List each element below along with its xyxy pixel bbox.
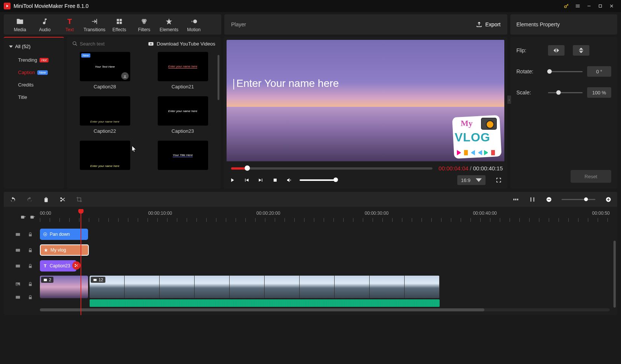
seek-slider[interactable] — [231, 167, 432, 170]
scale-value[interactable]: 100 % — [587, 87, 611, 98]
crop-button[interactable] — [75, 196, 83, 203]
svg-rect-25 — [608, 198, 608, 200]
rotate-slider[interactable] — [548, 71, 583, 72]
clip-element[interactable]: My vlog — [40, 244, 89, 256]
tab-effects[interactable]: Effects — [107, 17, 132, 32]
svg-rect-19 — [530, 197, 531, 201]
scrollbar[interactable] — [218, 55, 219, 100]
caption-card[interactable]: Your Title Here — [150, 141, 215, 173]
svg-point-39 — [17, 283, 18, 284]
svg-rect-18 — [517, 199, 518, 200]
lock-icon[interactable] — [27, 281, 33, 287]
lock-icon[interactable] — [27, 263, 33, 269]
sidebar-item-credits[interactable]: Credits — [4, 79, 64, 91]
svg-rect-22 — [547, 199, 550, 199]
tab-media[interactable]: Media — [8, 17, 32, 32]
svg-point-10 — [193, 20, 197, 23]
sidebar-all[interactable]: All (52) — [4, 42, 64, 54]
lock-icon[interactable] — [27, 294, 33, 300]
svg-rect-26 — [21, 216, 24, 219]
svg-rect-28 — [16, 233, 20, 236]
next-button[interactable] — [257, 176, 265, 184]
caption-card[interactable]: Enter your name hereCaption21 — [150, 52, 215, 89]
clip-caption[interactable]: Caption23 — [40, 260, 76, 271]
video-clip[interactable]: 12 — [90, 276, 440, 298]
flip-horizontal-button[interactable] — [548, 45, 565, 56]
caption-card[interactable]: Enter your name hereCaption22 — [72, 96, 137, 134]
svg-rect-3 — [117, 19, 119, 21]
time-ruler[interactable]: 00:00 00:00:10:00 00:00:20:00 00:00:30:0… — [40, 211, 610, 226]
fullscreen-button[interactable] — [495, 176, 503, 184]
rotate-label: Rotate: — [516, 68, 548, 74]
stop-button[interactable] — [271, 176, 279, 184]
undo-button[interactable] — [9, 196, 17, 203]
scale-slider[interactable] — [548, 92, 583, 93]
svg-rect-32 — [16, 249, 20, 252]
tab-elements[interactable]: Elements — [157, 17, 181, 32]
clip-motion[interactable]: Pan down — [40, 229, 88, 240]
zoom-out-button[interactable] — [545, 196, 553, 203]
snap-icon[interactable] — [528, 196, 536, 203]
timeline-toolbar — [4, 192, 617, 207]
tab-filters[interactable]: Filters — [132, 17, 157, 32]
svg-rect-40 — [29, 284, 32, 286]
volume-slider[interactable] — [300, 179, 337, 181]
svg-rect-41 — [16, 296, 20, 299]
current-time: 00:00:04:04 — [438, 165, 468, 171]
maximize-icon[interactable] — [595, 0, 606, 12]
play-button[interactable] — [228, 176, 236, 184]
svg-rect-1 — [588, 6, 591, 6]
caption-card[interactable]: Enter your name here — [72, 141, 137, 173]
svg-rect-2 — [599, 5, 602, 8]
tab-audio[interactable]: Audio — [32, 17, 57, 32]
download-youtube-link[interactable]: Download YouTube Videos — [148, 41, 215, 47]
add-track-icon[interactable] — [20, 214, 26, 220]
app-logo — [4, 3, 11, 9]
close-icon[interactable] — [606, 0, 617, 12]
lock-icon[interactable] — [27, 247, 33, 253]
zoom-in-button[interactable] — [604, 196, 612, 203]
remove-track-icon[interactable] — [30, 214, 35, 220]
svg-rect-43 — [44, 279, 47, 281]
tab-motion[interactable]: Motion — [181, 17, 206, 32]
svg-rect-4 — [120, 19, 122, 21]
svg-point-0 — [565, 6, 566, 8]
player-title: Player — [231, 21, 246, 27]
download-icon[interactable] — [121, 72, 129, 80]
search-input-wrap[interactable] — [72, 41, 125, 47]
reset-button[interactable]: Reset — [571, 170, 611, 183]
volume-icon[interactable] — [285, 176, 294, 184]
flip-vertical-button[interactable] — [573, 45, 589, 56]
minimize-icon[interactable] — [583, 0, 595, 12]
caption-card[interactable]: Enter your name hereCaption23 — [150, 96, 215, 134]
panel-toggle[interactable]: › — [507, 96, 511, 104]
marker-icon[interactable] — [512, 196, 519, 203]
audio-waveform[interactable] — [90, 299, 440, 307]
svg-rect-20 — [533, 197, 534, 201]
split-button[interactable] — [59, 196, 66, 203]
lock-icon[interactable] — [27, 232, 33, 237]
aspect-select[interactable]: 16:9 — [457, 175, 486, 185]
svg-rect-16 — [513, 199, 514, 200]
zoom-slider[interactable] — [562, 199, 595, 200]
search-input[interactable] — [80, 41, 125, 47]
menu-icon[interactable] — [572, 0, 583, 12]
tab-transitions[interactable]: Transitions — [82, 17, 107, 32]
tab-text[interactable]: Text — [57, 17, 82, 32]
delete-button[interactable] — [42, 196, 50, 203]
timeline-scrollbar-v[interactable] — [613, 241, 616, 308]
video-clip[interactable]: 2 — [40, 276, 88, 298]
preview-canvas[interactable]: Enter Your name here My VLOG — [227, 40, 504, 161]
export-button[interactable]: Export — [476, 21, 501, 28]
sidebar-item-trending[interactable]: TrendingHot — [4, 54, 64, 66]
timeline-scrollbar-h[interactable] — [40, 308, 610, 311]
caption-card[interactable]: NewYour Text HereCaption28 — [72, 52, 137, 89]
sidebar-item-caption[interactable]: CaptionNew — [4, 66, 64, 79]
svg-rect-34 — [16, 264, 20, 267]
key-icon[interactable] — [561, 0, 572, 12]
sidebar-item-title[interactable]: Title — [4, 91, 64, 103]
prev-button[interactable] — [242, 176, 251, 184]
redo-button[interactable] — [26, 196, 33, 203]
split-indicator-icon — [72, 261, 81, 270]
rotate-value[interactable]: 0 ° — [587, 66, 611, 77]
